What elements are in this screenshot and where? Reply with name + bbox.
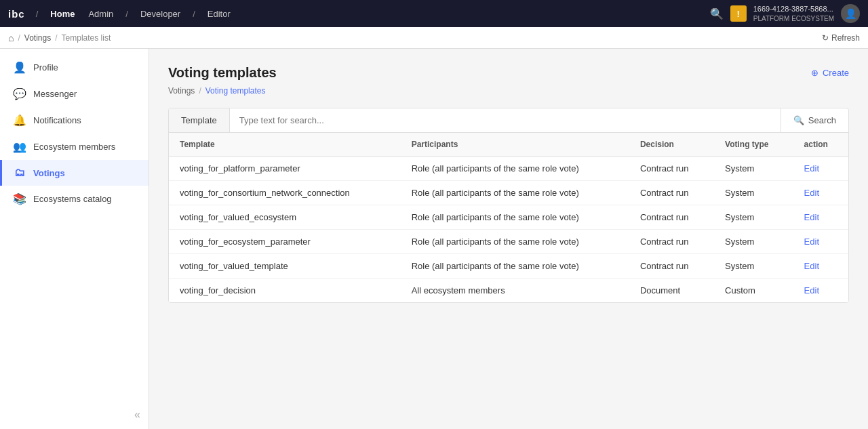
col-decision: Decision [629, 133, 714, 157]
cell-participants-4: Role (all participants of the same role … [401, 254, 629, 279]
logo: ibc [8, 8, 25, 20]
cell-voting-type-1: System [714, 181, 793, 205]
sub-breadcrumb-sep: / [199, 86, 201, 96]
nav-link-admin[interactable]: Admin [84, 7, 117, 20]
user-info: 1669-4128-3887-5868... PLATFORM ECOSYSTE… [753, 4, 834, 22]
ecosystem-members-icon: 👥 [13, 140, 26, 153]
cell-template-1: voting_for_consortium_network_connection [169, 181, 401, 205]
col-voting-type: Voting type [714, 133, 793, 157]
search-bar: Template 🔍 Search [169, 108, 848, 133]
alert-button[interactable]: ! [730, 5, 747, 22]
edit-link-0[interactable]: Edit [804, 163, 819, 173]
main-content: Voting templates ⊕ Create Votings / Voti… [149, 49, 868, 429]
sidebar-item-profile[interactable]: 👤 Profile [0, 54, 149, 81]
cell-action-2[interactable]: Edit [793, 205, 848, 230]
table-row: voting_for_platform_parameter Role (all … [169, 157, 848, 181]
cell-participants-0: Role (all participants of the same role … [401, 157, 629, 181]
cell-decision-0: Contract run [629, 157, 714, 181]
main-inner: Voting templates ⊕ Create Votings / Voti… [149, 49, 868, 319]
search-input[interactable] [230, 108, 781, 132]
cell-voting-type-5: Custom [714, 279, 793, 303]
create-icon: ⊕ [811, 68, 818, 78]
breadcrumb-votings[interactable]: Votings [24, 33, 51, 43]
nav-link-developer[interactable]: Developer [136, 7, 184, 20]
search-btn-icon: 🔍 [793, 115, 804, 125]
cell-template-2: voting_for_valued_ecosystem [169, 205, 401, 230]
messenger-icon: 💬 [13, 87, 26, 100]
sidebar-item-messenger[interactable]: 💬 Messenger [0, 81, 149, 107]
nav-sep-1: / [36, 9, 39, 19]
sub-breadcrumb-votings[interactable]: Votings [168, 86, 195, 96]
search-tab-template[interactable]: Template [169, 108, 230, 132]
cell-participants-3: Role (all participants of the same role … [401, 230, 629, 254]
cell-voting-type-0: System [714, 157, 793, 181]
breadcrumb-sep-1: / [18, 33, 20, 43]
cell-participants-2: Role (all participants of the same role … [401, 205, 629, 230]
sidebar-label-ecosystems-catalog: Ecosystems catalog [33, 194, 112, 204]
cell-action-5[interactable]: Edit [793, 279, 848, 303]
cell-voting-type-4: System [714, 254, 793, 279]
cell-action-0[interactable]: Edit [793, 157, 848, 181]
search-button[interactable]: 🔍 Search [781, 108, 848, 132]
table-row: voting_for_ecosystem_parameter Role (all… [169, 230, 848, 254]
refresh-button[interactable]: ↻ Refresh [822, 33, 860, 43]
sidebar-item-votings[interactable]: 🗂 Votings [0, 160, 149, 186]
sidebar-item-ecosystem-members[interactable]: 👥 Ecosystem members [0, 134, 149, 160]
refresh-icon: ↻ [822, 33, 829, 43]
ecosystems-catalog-icon: 📚 [13, 192, 26, 205]
cell-decision-2: Contract run [629, 205, 714, 230]
col-action: action [793, 133, 848, 157]
refresh-label: Refresh [831, 33, 860, 43]
topnav-right: 🔍 ! 1669-4128-3887-5868... PLATFORM ECOS… [710, 4, 860, 23]
sidebar: 👤 Profile 💬 Messenger 🔔 Notifications 👥 … [0, 49, 149, 429]
sidebar-label-profile: Profile [33, 62, 58, 73]
sidebar-item-notifications[interactable]: 🔔 Notifications [0, 107, 149, 134]
sidebar-label-ecosystem-members: Ecosystem members [33, 142, 115, 152]
avatar[interactable]: 👤 [841, 4, 860, 23]
table-header-row: Template Participants Decision Voting ty… [169, 133, 848, 157]
edit-link-5[interactable]: Edit [804, 285, 819, 295]
table-row: voting_for_valued_template Role (all par… [169, 254, 848, 279]
cell-voting-type-3: System [714, 230, 793, 254]
sub-breadcrumb-current: Voting templates [205, 86, 266, 96]
edit-link-2[interactable]: Edit [804, 212, 819, 222]
sidebar-item-ecosystems-catalog[interactable]: 📚 Ecosystems catalog [0, 186, 149, 212]
top-navbar: ibc / Home Admin / Developer / Editor 🔍 … [0, 0, 868, 27]
user-id: 1669-4128-3887-5868... [753, 4, 833, 14]
cell-template-0: voting_for_platform_parameter [169, 157, 401, 181]
cell-template-5: voting_for_decision [169, 279, 401, 303]
main-layout: 👤 Profile 💬 Messenger 🔔 Notifications 👥 … [0, 49, 868, 429]
nav-link-home[interactable]: Home [46, 7, 79, 20]
sidebar-collapse-button[interactable]: « [132, 406, 143, 424]
col-participants: Participants [401, 133, 629, 157]
sub-breadcrumb: Votings / Voting templates [168, 86, 849, 96]
edit-link-1[interactable]: Edit [804, 188, 819, 198]
edit-link-4[interactable]: Edit [804, 261, 819, 271]
breadcrumb-bar: ⌂ / Votings / Templates list ↻ Refresh [0, 27, 868, 49]
nav-link-editor[interactable]: Editor [203, 7, 235, 20]
cell-action-4[interactable]: Edit [793, 254, 848, 279]
cell-template-3: voting_for_ecosystem_parameter [169, 230, 401, 254]
home-icon[interactable]: ⌂ [8, 33, 14, 43]
cell-action-1[interactable]: Edit [793, 181, 848, 205]
voting-templates-table: Template Participants Decision Voting ty… [169, 133, 848, 302]
search-icon[interactable]: 🔍 [710, 7, 724, 20]
page-header: Voting templates ⊕ Create [168, 65, 849, 81]
breadcrumb-current: Templates list [62, 33, 111, 43]
table-row: voting_for_consortium_network_connection… [169, 181, 848, 205]
cell-template-4: voting_for_valued_template [169, 254, 401, 279]
sidebar-label-messenger: Messenger [33, 89, 77, 99]
edit-link-3[interactable]: Edit [804, 237, 819, 247]
page-title: Voting templates [168, 65, 277, 81]
cell-decision-3: Contract run [629, 230, 714, 254]
cell-participants-1: Role (all participants of the same role … [401, 181, 629, 205]
cell-action-3[interactable]: Edit [793, 230, 848, 254]
search-btn-label: Search [808, 115, 836, 125]
table-row: voting_for_decision All ecosystem member… [169, 279, 848, 303]
cell-decision-1: Contract run [629, 181, 714, 205]
breadcrumb-sep-2: / [55, 33, 57, 43]
create-button[interactable]: ⊕ Create [811, 68, 849, 78]
sidebar-label-votings: Votings [33, 168, 65, 178]
table-row: voting_for_valued_ecosystem Role (all pa… [169, 205, 848, 230]
table-container: Template 🔍 Search Template Participants … [168, 108, 849, 303]
